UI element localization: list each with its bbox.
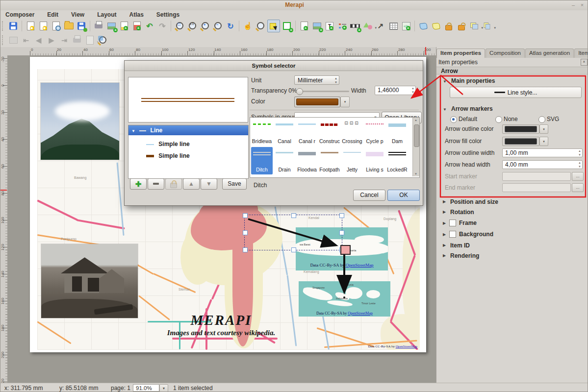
symbol-footpath[interactable]: Footpath bbox=[319, 147, 340, 174]
tab-composition[interactable]: Composition bbox=[486, 49, 525, 58]
zoom-combo-dropdown[interactable]: ▼ bbox=[159, 384, 168, 392]
arrow-fill-color-swatch[interactable] bbox=[502, 137, 539, 146]
symbol-living-street[interactable]: Living s bbox=[364, 147, 385, 174]
arrow-outline-width-input[interactable]: 1,00 mm▲▼ bbox=[502, 148, 583, 157]
selection-handle[interactable] bbox=[291, 213, 296, 218]
section-rotation[interactable]: Rotation bbox=[450, 209, 474, 216]
color-dropdown[interactable]: ▾ bbox=[340, 97, 350, 107]
arrow-outline-color-swatch[interactable] bbox=[502, 124, 539, 134]
atlas-settings-icon[interactable] bbox=[97, 34, 108, 46]
collapse-triangle-icon[interactable]: ▶ bbox=[443, 210, 446, 214]
symbol-crossing[interactable]: ⊡⊡⊡Crossing bbox=[341, 119, 363, 146]
pan-icon[interactable]: ☝ bbox=[242, 20, 254, 32]
symbol-floodway[interactable]: Floodwa bbox=[296, 147, 318, 174]
zoom-full-icon[interactable]: ⛶ bbox=[174, 20, 185, 32]
section-frame[interactable]: Frame bbox=[459, 220, 477, 226]
print-atlas-icon[interactable] bbox=[71, 34, 83, 46]
selection-handle[interactable] bbox=[243, 247, 248, 252]
zoom-1-1-icon[interactable]: 1:1 bbox=[186, 20, 198, 32]
selection-handle[interactable] bbox=[243, 213, 248, 218]
lock-items-icon[interactable] bbox=[443, 20, 455, 32]
zoom-in-icon[interactable]: + bbox=[199, 20, 211, 32]
inset-map-indonesia[interactable]: Singapore Malaysia Indonesia Timor Leste… bbox=[299, 281, 390, 317]
align-items-icon[interactable]: ▾ bbox=[481, 20, 493, 32]
section-arrow-markers[interactable]: Arrow markers bbox=[451, 105, 493, 112]
symbol-ditch[interactable]: Ditch bbox=[251, 147, 273, 174]
add-legend-icon[interactable] bbox=[336, 20, 348, 32]
end-marker-browse-button[interactable]: ... bbox=[572, 183, 584, 192]
last-feature-icon[interactable]: ⇥ bbox=[58, 34, 70, 46]
openstreetmap-link[interactable]: OpenStreetMap bbox=[396, 344, 417, 348]
collapse-triangle-icon[interactable]: ▼ bbox=[443, 107, 447, 112]
next-feature-icon[interactable]: ▶ bbox=[46, 34, 57, 46]
symbol-selector-dialog[interactable]: Symbol selector Unit Millimeter ▲▼ Trans… bbox=[124, 60, 423, 206]
section-position-size[interactable]: Position and size bbox=[450, 198, 498, 205]
symbol-drain[interactable]: Drain bbox=[274, 147, 295, 174]
previous-feature-icon[interactable]: ◀ bbox=[33, 34, 45, 46]
ok-button[interactable]: OK bbox=[387, 190, 420, 201]
add-html-icon[interactable]: </> bbox=[400, 20, 412, 32]
scrollbar[interactable]: ▲ ▼ bbox=[412, 118, 419, 176]
add-image-icon[interactable] bbox=[311, 20, 323, 32]
frame-checkbox[interactable] bbox=[449, 220, 456, 226]
toolbar-handle[interactable] bbox=[2, 35, 5, 45]
openstreetmap-link[interactable]: OpenStreetMap bbox=[348, 311, 373, 316]
dialog-titlebar[interactable]: Symbol selector bbox=[125, 61, 423, 71]
symbol-cycle-path[interactable]: Cycle p bbox=[364, 119, 385, 146]
add-new-map-icon[interactable] bbox=[298, 20, 310, 32]
end-marker-input[interactable] bbox=[502, 183, 571, 192]
collapse-triangle-icon[interactable]: ▶ bbox=[443, 253, 446, 258]
unit-combo[interactable]: Millimeter ▲▼ bbox=[294, 75, 339, 85]
preview-atlas-icon[interactable] bbox=[7, 34, 19, 46]
slider-handle[interactable] bbox=[296, 88, 303, 95]
move-layer-up-button[interactable]: ▲ bbox=[183, 178, 200, 190]
volcano-photo[interactable] bbox=[41, 83, 119, 160]
add-arrow-icon[interactable]: ↗ bbox=[375, 20, 386, 32]
export-pdf-icon[interactable] bbox=[131, 20, 143, 32]
background-checkbox[interactable] bbox=[449, 231, 456, 238]
window-titlebar[interactable]: Merapi – × bbox=[0, 0, 588, 11]
section-background[interactable]: Background bbox=[459, 231, 493, 238]
symbol-dam[interactable]: Dam bbox=[386, 119, 408, 146]
menu-atlas[interactable]: Atlas bbox=[129, 11, 144, 18]
symbol-jetty[interactable]: Jetty bbox=[341, 147, 363, 174]
save-as-template-icon[interactable] bbox=[76, 20, 87, 32]
tree-item-line[interactable]: ▼ Line bbox=[128, 125, 248, 135]
ungroup-items-icon[interactable] bbox=[430, 20, 442, 32]
load-from-template-icon[interactable] bbox=[63, 20, 75, 32]
zoom-region-icon[interactable] bbox=[255, 20, 266, 32]
add-scalebar-icon[interactable] bbox=[349, 20, 361, 32]
line-style-button[interactable]: Line style... bbox=[450, 87, 582, 98]
symbol-tree[interactable]: ▼ Line Simple line Simple line bbox=[128, 125, 249, 179]
collapse-triangle-icon[interactable]: ▼ bbox=[443, 79, 447, 84]
radio-svg[interactable] bbox=[538, 116, 545, 123]
panel-close-icon[interactable]: × bbox=[581, 59, 588, 66]
collapse-triangle-icon[interactable]: ▶ bbox=[443, 243, 446, 247]
tab-atlas-generation[interactable]: Atlas generation bbox=[525, 49, 574, 58]
symbol-grid[interactable]: Bridlewa Canal Canal r Construc ⊡⊡⊡Cross… bbox=[250, 117, 420, 178]
group-items-icon[interactable] bbox=[417, 20, 429, 32]
symbol-bridleway[interactable]: Bridlewa bbox=[251, 119, 273, 146]
start-marker-input[interactable] bbox=[502, 172, 571, 181]
radio-none[interactable] bbox=[495, 116, 502, 123]
arrow-fill-color-dropdown[interactable]: ▾ bbox=[539, 137, 548, 146]
export-image-icon[interactable] bbox=[105, 20, 117, 32]
collapse-triangle-icon[interactable]: ▶ bbox=[443, 199, 446, 204]
symbol-canal-r[interactable]: Canal r bbox=[296, 119, 318, 146]
remove-symbol-layer-button[interactable] bbox=[148, 178, 164, 190]
tab-items[interactable]: Items bbox=[574, 49, 588, 58]
refresh-view-icon[interactable]: ↻ bbox=[225, 20, 236, 32]
undo-icon[interactable]: ↶ bbox=[144, 20, 155, 32]
add-symbol-layer-button[interactable]: ✚ bbox=[130, 178, 147, 190]
raise-items-icon[interactable]: ▾ bbox=[468, 20, 480, 32]
minimize-button[interactable]: – bbox=[569, 1, 577, 8]
save-symbol-button[interactable]: Save bbox=[222, 178, 247, 190]
menu-view[interactable]: View bbox=[71, 11, 84, 18]
add-shape-icon[interactable]: ▾ bbox=[362, 20, 374, 32]
new-composition-icon[interactable] bbox=[25, 20, 36, 32]
unlock-items-icon[interactable] bbox=[456, 20, 467, 32]
menu-layout[interactable]: Layout bbox=[97, 11, 116, 18]
collapse-triangle-icon[interactable]: ▶ bbox=[443, 232, 446, 237]
tab-item-properties[interactable]: Item properties bbox=[436, 49, 485, 58]
menu-edit[interactable]: Edit bbox=[47, 11, 58, 18]
